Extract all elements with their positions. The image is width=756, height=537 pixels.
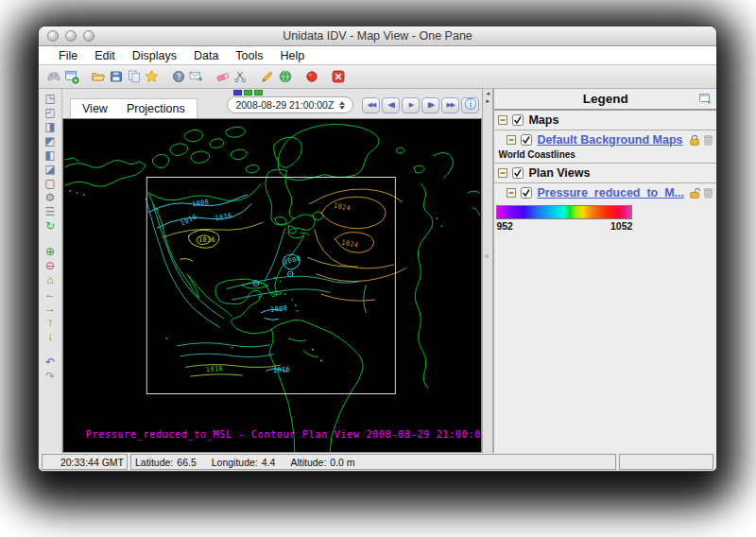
view-west-icon[interactable]: ◪ xyxy=(41,163,60,177)
undo-icon[interactable]: ↶ xyxy=(41,355,60,370)
play-button[interactable]: ▶ xyxy=(402,97,420,113)
altitude-value: 0.0 m xyxy=(330,457,354,468)
float-legend-icon[interactable] xyxy=(699,93,713,104)
coastlines-layer xyxy=(65,124,480,452)
contour-label: 1024 xyxy=(334,200,352,212)
pencil-icon[interactable] xyxy=(258,68,276,85)
map-menu-projections[interactable]: Projections xyxy=(117,102,195,115)
save-icon[interactable] xyxy=(107,68,125,85)
animation-properties-button[interactable]: ⓘ xyxy=(461,97,479,113)
close-x-icon[interactable] xyxy=(329,68,347,85)
time-select[interactable]: 2008-08-29 21:00:00Z xyxy=(227,96,353,113)
collapse-icon[interactable] xyxy=(507,135,516,145)
map-menu-view[interactable]: View xyxy=(73,102,117,115)
pan-down-icon[interactable]: ↓ xyxy=(41,330,60,344)
map-view[interactable]: 1008101610161016102410241008100810161016… xyxy=(62,118,482,453)
record-icon[interactable] xyxy=(302,68,320,85)
map-caption: Pressure_reduced_to_MSL - Contour Plan V… xyxy=(86,428,482,441)
trash-icon[interactable] xyxy=(704,187,713,199)
collapse-right-icon[interactable]: ▸ xyxy=(487,97,490,105)
help-icon[interactable] xyxy=(169,68,187,85)
lock-icon[interactable] xyxy=(689,134,700,147)
menu-help[interactable]: Help xyxy=(272,49,314,62)
collapse-icon[interactable] xyxy=(498,115,507,125)
pan-up-icon[interactable]: ↑ xyxy=(41,316,60,330)
legend-group-maps: Maps xyxy=(494,111,716,130)
mail-send-icon[interactable] xyxy=(187,68,205,85)
titlebar[interactable]: Unidata IDV - Map View - One Pane xyxy=(39,26,716,46)
view-top-icon[interactable]: ◳ xyxy=(41,92,60,106)
zoom-button[interactable] xyxy=(83,30,94,42)
clock-readout: 20:33:44 GMT xyxy=(42,454,128,470)
checkbox-plan-views[interactable] xyxy=(512,167,524,179)
view-south-icon[interactable]: ◧ xyxy=(41,148,60,163)
minimize-button[interactable] xyxy=(65,30,77,42)
checkbox-maps[interactable] xyxy=(512,114,524,126)
open-folder-icon[interactable] xyxy=(89,68,107,85)
menu-data[interactable]: Data xyxy=(185,49,227,62)
altitude-label: Altitude: xyxy=(290,457,326,468)
lock-open-icon[interactable] xyxy=(689,187,700,199)
reset-view-icon[interactable]: ▢ xyxy=(41,177,60,191)
dashboard-icon[interactable] xyxy=(44,68,62,85)
menu-tools[interactable]: Tools xyxy=(227,49,271,62)
latitude-value: 66.5 xyxy=(177,457,196,468)
contour-labels-layer: 1008101610161016102410241008100810161016 xyxy=(180,198,359,374)
content-area: ◳◰◨◩◧◪▢⚙☰↻ ⊕⊖⌂←→↑↓ ↶↷ ViewProjections 20… xyxy=(39,89,716,453)
vertical-scale-icon[interactable]: ☰ xyxy=(41,205,60,219)
menubar: FileEditDisplaysDataToolsHelp xyxy=(39,46,716,65)
auto-rotate-icon[interactable]: ↻ xyxy=(41,219,60,234)
globe-icon[interactable] xyxy=(276,68,294,85)
collapse-icon[interactable] xyxy=(507,188,516,198)
time-stepper[interactable] xyxy=(339,101,345,110)
checkbox-background-maps[interactable] xyxy=(521,134,532,146)
frame-indicator xyxy=(244,90,252,95)
traffic-lights xyxy=(47,30,94,42)
map-canvas: 1008101610161016102410241008100810161016… xyxy=(63,119,481,452)
collapse-icon[interactable] xyxy=(498,168,507,178)
menu-file[interactable]: File xyxy=(50,49,86,62)
statusbar: 20:33:44 GMT Latitude: 66.5 Longitude: 4… xyxy=(39,453,716,471)
pan-left-icon[interactable]: ← xyxy=(41,287,60,302)
step-back-button[interactable]: ◀▮ xyxy=(382,97,400,113)
new-display-window-icon[interactable] xyxy=(62,68,80,85)
map-header: ViewProjections 2008-08-29 21:00:00Z ◀◀◀… xyxy=(62,89,482,118)
map-panel: ViewProjections 2008-08-29 21:00:00Z ◀◀◀… xyxy=(62,89,482,453)
collapse-left-icon[interactable]: ◂ xyxy=(487,90,490,97)
time-select-value: 2008-08-29 21:00:00Z xyxy=(235,99,334,111)
close-button[interactable] xyxy=(47,30,59,42)
latitude-label: Latitude: xyxy=(135,457,173,468)
legend-item-background-maps: Default Background Maps xyxy=(494,130,716,149)
view-north-icon[interactable]: ◨ xyxy=(41,120,60,134)
message-readout xyxy=(619,454,713,470)
time-animation-controls: 2008-08-29 21:00:00Z ◀◀◀▮▶▮▶▶▶ⓘ xyxy=(227,89,479,113)
pressure-colorbar xyxy=(496,205,632,219)
view-east-icon[interactable]: ◩ xyxy=(41,134,60,148)
zoom-in-icon[interactable]: ⊕ xyxy=(41,245,60,259)
view-bottom-icon[interactable]: ◰ xyxy=(41,106,60,120)
copy-icon[interactable] xyxy=(125,68,143,85)
eraser-icon[interactable] xyxy=(214,68,232,85)
rotate-view-icon[interactable]: ⚙ xyxy=(41,191,60,205)
redo-icon[interactable]: ↷ xyxy=(41,370,60,384)
frame-indicators xyxy=(233,90,479,95)
legend-panel: Legend Maps Default Background Maps xyxy=(493,89,716,453)
background-maps-link[interactable]: Default Background Maps xyxy=(537,133,682,147)
pan-right-icon[interactable]: → xyxy=(41,302,60,316)
favorites-star-icon[interactable] xyxy=(143,68,161,85)
zoom-out-icon[interactable]: ⊖ xyxy=(41,259,60,273)
menu-displays[interactable]: Displays xyxy=(124,49,185,62)
checkbox-pressure[interactable] xyxy=(521,187,532,199)
main-toolbar xyxy=(39,65,716,89)
home-icon[interactable]: ⌂ xyxy=(41,273,60,287)
menu-edit[interactable]: Edit xyxy=(86,49,124,62)
legend-splitter[interactable]: ◂ ▸ xyxy=(482,89,493,453)
go-first-button[interactable]: ◀◀ xyxy=(362,97,380,113)
contour-label: 1016 xyxy=(273,365,291,375)
trash-icon[interactable] xyxy=(704,134,713,146)
pressure-display-link[interactable]: Pressure_reduced_to_M... xyxy=(537,186,684,199)
scissors-icon[interactable] xyxy=(232,68,249,85)
step-forward-button[interactable]: ▮▶ xyxy=(421,97,439,113)
go-last-button[interactable]: ▶▶ xyxy=(441,97,459,113)
contour-label: 1008 xyxy=(270,303,288,314)
